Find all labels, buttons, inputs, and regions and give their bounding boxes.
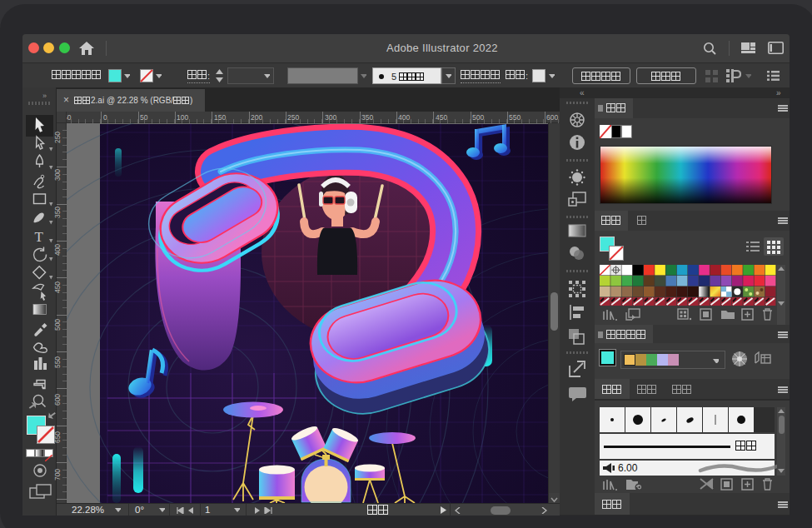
svg-text:T: T xyxy=(35,229,44,245)
